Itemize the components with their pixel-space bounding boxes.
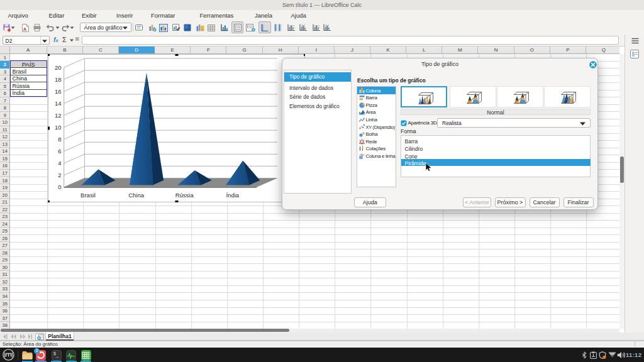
svg-text:8: 8 bbox=[58, 136, 61, 143]
svg-text:16: 16 bbox=[55, 88, 62, 95]
svg-text:China: China bbox=[128, 192, 145, 199]
svg-text:2: 2 bbox=[58, 172, 61, 178]
svg-text:10: 10 bbox=[55, 124, 62, 131]
svg-text:0: 0 bbox=[58, 184, 61, 190]
svg-text:14: 14 bbox=[55, 100, 62, 107]
svg-text:A: A bbox=[23, 27, 26, 31]
svg-text:Índia: Índia bbox=[226, 192, 239, 199]
svg-text:18: 18 bbox=[55, 76, 62, 83]
svg-text:Rússia: Rússia bbox=[175, 192, 194, 199]
svg-text:4: 4 bbox=[58, 160, 61, 167]
svg-text:12: 12 bbox=[55, 112, 62, 119]
svg-text:6: 6 bbox=[58, 148, 61, 155]
svg-text:20: 20 bbox=[55, 64, 62, 71]
svg-text:Brasil: Brasil bbox=[80, 192, 96, 199]
